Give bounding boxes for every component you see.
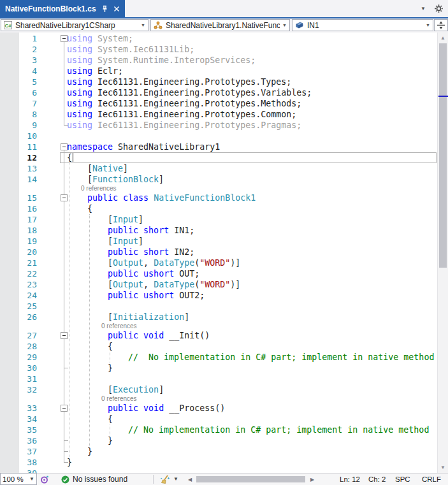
column-indicator[interactable]: Ch: 2 [368,474,386,485]
fold-toggle-collapse-icon[interactable] [61,143,68,150]
line-number: 23 [0,279,37,290]
code-text: [Initialization] [67,312,189,322]
code-line-21[interactable]: 21 [Output, DataType("WORD")] [0,257,437,268]
line-ending-indicator[interactable]: CRLF [422,474,441,485]
scroll-down-icon[interactable]: ▼ [438,462,448,473]
code-line-39[interactable]: 39 [0,468,437,473]
code-line-25[interactable]: 25 [0,301,437,312]
codelens-references-link[interactable]: 0 references [101,322,137,330]
fold-toggle-collapse-icon[interactable] [61,405,68,412]
code-text: public ushort OUT2; [67,290,205,301]
code-line-4[interactable]: 4using Eclr; [0,66,437,76]
line-indicator[interactable]: Ln: 12 [340,474,360,485]
code-cleanup-button[interactable]: ▼ [160,474,178,485]
code-line-8[interactable]: 8using Iec61131.Engineering.Prototypes.C… [0,109,437,120]
indent-mode-indicator[interactable]: SPC [395,474,410,485]
line-number: 17 [0,214,37,225]
line-number: 32 [0,384,37,395]
code-text: using Iec61131.Engineering.Prototypes.Co… [67,109,296,120]
line-number: 12 [0,152,37,163]
code-text: [Input] [67,214,143,225]
code-line-17[interactable]: 17 [Input] [0,214,437,225]
health-indicator-icon[interactable] [40,474,49,485]
fold-toggle-collapse-icon[interactable] [61,35,68,42]
code-line-12[interactable]: 12{ [0,152,437,163]
code-line-24[interactable]: 24 public ushort OUT2; [0,290,437,301]
code-text: public class NativeFunctionBlock1 [67,192,256,203]
broom-icon [160,475,170,484]
code-line-6[interactable]: 6using Iec61131.Engineering.Prototypes.V… [0,87,437,98]
code-line-19[interactable]: 19 [Input] [0,236,437,247]
code-line-2[interactable]: 2using System.Iec61131Lib; [0,44,437,55]
line-number: 13 [0,163,37,174]
navigation-bar: C# SharedNativeLibrary1CSharp ▼ SharedNa… [0,18,448,33]
horizontal-scrollbar-thumb[interactable] [196,476,305,482]
line-number: 5 [0,76,37,87]
close-icon[interactable] [113,6,120,12]
gear-icon[interactable] [435,4,443,13]
pin-icon[interactable] [101,5,108,13]
code-line-34[interactable]: 34 { [0,414,437,424]
code-line-20[interactable]: 20 public short IN2; [0,247,437,257]
code-line-31[interactable]: 31 [0,373,437,384]
line-number: 3 [0,55,37,66]
code-line-7[interactable]: 7using Iec61131.Engineering.Prototypes.M… [0,98,437,109]
code-text: [Execution] [67,384,164,395]
line-number: 22 [0,268,37,279]
member-dropdown[interactable]: IN1 ▼ [292,19,433,31]
code-line-32[interactable]: 32 [Execution] [0,384,437,395]
scroll-up-icon[interactable]: ▲ [438,33,448,43]
vertical-scrollbar[interactable]: ▲ ▼ [437,33,448,473]
code-text: using System.Runtime.InteropServices; [67,55,256,66]
code-line-29[interactable]: 29 // No implementation in C# part; impl… [0,352,437,363]
code-line-26[interactable]: 26 [Initialization] [0,312,437,322]
line-number: 1 [0,33,37,44]
chevron-down-icon: ▼ [426,23,430,27]
line-number: 8 [0,109,37,120]
code-line-18[interactable]: 18 public short IN1; [0,225,437,236]
chevron-down-icon: ▼ [282,23,287,27]
issues-status[interactable]: No issues found [61,474,127,485]
code-text: using Iec61131.Engineering.Prototypes.Va… [67,87,312,98]
code-text: using System; [67,33,133,44]
code-line-5[interactable]: 5using Iec61131.Engineering.Prototypes.T… [0,76,437,87]
code-editor[interactable]: 1using System;2using System.Iec61131Lib;… [0,33,448,473]
code-line-22[interactable]: 22 public ushort OUT; [0,268,437,279]
code-line-16[interactable]: 16 { [0,203,437,214]
zoom-level: 100 % [3,475,29,483]
code-line-14[interactable]: 14 [FunctionBlock] [0,174,437,185]
type-dropdown[interactable]: SharedNativeLibrary1.NativeFunctio ▼ [150,19,290,31]
line-number: 33 [0,403,37,414]
zoom-control[interactable]: 100 % ▼ [0,473,37,485]
codelens-references-link[interactable]: 0 references [81,185,117,192]
split-window-button[interactable] [434,19,448,31]
vs-editor-window: NativeFunctionBlock1.cs ▼ [0,0,448,485]
current-line-highlight [60,152,437,163]
fold-toggle-collapse-icon[interactable] [61,332,68,339]
line-number: 29 [0,352,37,363]
code-line-35[interactable]: 35 // No implementation in C# part; impl… [0,424,437,435]
codelens-references-link[interactable]: 0 references [101,395,137,403]
caret-position-marker [438,96,448,97]
codelens-row: 0 references [0,322,437,330]
line-number: 16 [0,203,37,214]
hscroll-right-icon[interactable]: ▶ [310,474,314,485]
fold-toggle-collapse-icon[interactable] [61,194,68,201]
vertical-scrollbar-thumb[interactable] [439,43,447,268]
code-line-28[interactable]: 28 { [0,341,437,352]
code-text: using Eclr; [67,66,123,76]
code-line-10[interactable]: 10 [0,131,437,141]
issues-label: No issues found [73,475,127,484]
hscroll-left-icon[interactable]: ◀ [188,474,192,485]
code-text: using Iec61131.Engineering.Prototypes.Ty… [67,76,291,87]
code-line-23[interactable]: 23 [Output, DataType("WORD")] [0,279,437,290]
line-number: 10 [0,131,37,141]
project-dropdown[interactable]: C# SharedNativeLibrary1CSharp ▼ [1,19,148,31]
code-text: [Output, DataType("WORD")] [67,279,240,290]
code-text: { [67,152,72,163]
window-list-caret-icon[interactable]: ▼ [421,6,426,11]
svg-text:C#: C# [4,23,11,29]
tab-nativefunctionblock1[interactable]: NativeFunctionBlock1.cs [0,0,125,17]
code-line-3[interactable]: 3using System.Runtime.InteropServices; [0,55,437,66]
code-line-13[interactable]: 13 [Native] [0,163,437,174]
